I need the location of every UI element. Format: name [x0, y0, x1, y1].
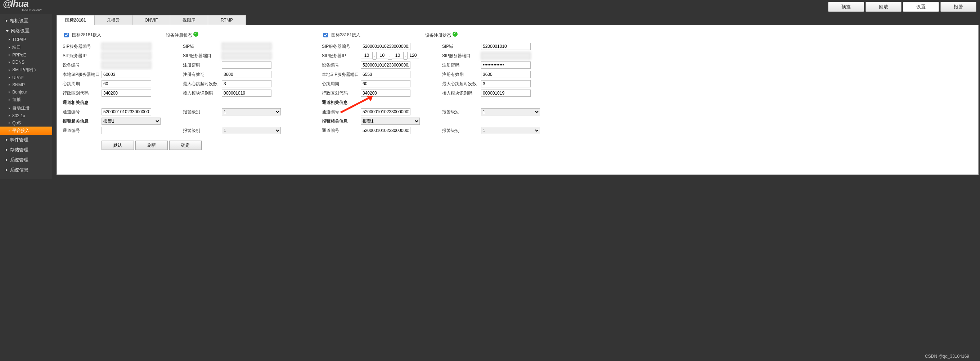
- lbl-sip-server-id: SIP服务器编号: [63, 43, 102, 50]
- r-lbl-sip-server-id: SIP服务器编号: [322, 43, 361, 50]
- lbl-access-module: 接入模块识别码: [183, 90, 222, 97]
- r-lbl-sip-server-ip: SIP服务器IP: [322, 53, 361, 59]
- left-reg-status: 设备注册状态: [166, 32, 198, 38]
- left-channel-id[interactable]: [102, 108, 151, 116]
- left-alarm-select[interactable]: 报警1: [102, 117, 161, 125]
- sidebar-group-camera[interactable]: 相机设置: [0, 16, 52, 26]
- right-local-port[interactable]: [361, 71, 410, 78]
- left-max-hb[interactable]: [222, 80, 272, 87]
- watermark: CSDN @qq_33104169: [925, 354, 969, 359]
- r-lbl-sip-domain: SIP域: [442, 43, 481, 50]
- left-alarm-level2[interactable]: 1: [222, 127, 281, 134]
- left-local-port[interactable]: [102, 71, 151, 78]
- refresh-button[interactable]: 刷新: [135, 141, 168, 150]
- nav-settings[interactable]: 设置: [903, 2, 939, 12]
- left-sip-domain[interactable]: [222, 43, 272, 50]
- right-ip-1[interactable]: [376, 52, 388, 59]
- right-reg-pwd[interactable]: [481, 62, 531, 69]
- sidebar-item-bonjour[interactable]: Bonjour: [0, 89, 52, 96]
- r-lbl-admin-code: 行政区划代码: [322, 90, 361, 97]
- r-lbl-reg-pwd: 注册密码: [442, 62, 481, 68]
- tab-onvif[interactable]: ONVIF: [132, 15, 170, 25]
- right-reg-valid[interactable]: [481, 71, 531, 78]
- sidebar-item-autoreg[interactable]: 自动注册: [0, 104, 52, 112]
- right-ip-2[interactable]: [392, 52, 404, 59]
- content: 国标28181 乐橙云 ONVIF 视图库 RTMP 国标28181接入: [52, 14, 980, 179]
- r-lbl-alarm-level: 报警级别: [442, 109, 481, 115]
- lbl-sip-server-port: SIP服务器端口: [183, 53, 222, 59]
- right-device-id[interactable]: [361, 62, 410, 69]
- logo-sub: TECHNOLOGY: [3, 7, 42, 13]
- nav-alarm[interactable]: 报警: [940, 2, 977, 12]
- right-ip-0[interactable]: [361, 52, 372, 59]
- sidebar-item-tcpip[interactable]: TCP/IP: [0, 36, 52, 43]
- right-access-module[interactable]: [481, 90, 531, 97]
- r-lbl-local-port: 本地SIP服务器端口: [322, 71, 361, 78]
- left-reg-pwd[interactable]: [222, 62, 272, 69]
- nav-preview[interactable]: 预览: [828, 2, 864, 12]
- lbl-local-port: 本地SIP服务器端口: [63, 71, 102, 78]
- left-reg-valid[interactable]: [222, 71, 272, 78]
- lbl-heartbeat: 心跳周期: [63, 81, 102, 87]
- lbl-max-hb: 最大心跳超时次数: [183, 81, 222, 87]
- left-channel-id2[interactable]: [102, 127, 151, 134]
- tab-gb28181[interactable]: 国标28181: [57, 15, 95, 25]
- r-lbl-channel-info: 通道相关信息: [322, 100, 361, 106]
- sidebar-group-storage[interactable]: 存储管理: [0, 145, 52, 155]
- left-sip-server-ip[interactable]: [102, 52, 151, 59]
- right-sip-server-id[interactable]: [361, 43, 410, 50]
- sidebar-item-qos[interactable]: QoS: [0, 119, 52, 127]
- left-heartbeat[interactable]: [102, 80, 151, 87]
- left-access-module[interactable]: [222, 90, 272, 97]
- right-enable-label: 国标28181接入: [331, 32, 360, 38]
- right-channel-id[interactable]: [361, 108, 410, 116]
- tab-rtmp[interactable]: RTMP: [208, 15, 246, 25]
- right-channel-id2[interactable]: [361, 127, 410, 134]
- right-enable-check[interactable]: [323, 33, 328, 37]
- ok-button[interactable]: 确定: [169, 141, 202, 150]
- tab-lecheng[interactable]: 乐橙云: [94, 15, 132, 25]
- sidebar-item-smtp[interactable]: SMTP(邮件): [0, 66, 52, 74]
- lbl-channel-info: 通道相关信息: [63, 100, 102, 106]
- sidebar-item-8021x[interactable]: 802.1x: [0, 112, 52, 119]
- lbl-reg-valid: 注册有效期: [183, 71, 222, 78]
- right-admin-code[interactable]: [361, 90, 410, 97]
- right-heartbeat[interactable]: [361, 80, 410, 87]
- r-lbl-max-hb: 最大心跳超时次数: [442, 81, 481, 87]
- sidebar-item-snmp[interactable]: SNMP: [0, 81, 52, 89]
- topbar: lhua TECHNOLOGY 预览 回放 设置 报警: [0, 0, 980, 14]
- tab-gallery[interactable]: 视图库: [170, 15, 208, 25]
- sidebar-group-event[interactable]: 事件管理: [0, 135, 52, 145]
- r-lbl-channel-id: 通道编号: [322, 109, 361, 115]
- right-enable-checkbox[interactable]: 国标28181接入: [322, 32, 360, 38]
- left-sip-server-id[interactable]: [102, 43, 151, 50]
- left-enable-checkbox[interactable]: 国标28181接入: [63, 32, 101, 38]
- sidebar-group-network[interactable]: 网络设置: [0, 26, 52, 36]
- right-max-hb[interactable]: [481, 80, 531, 87]
- left-sip-server-port[interactable]: [222, 52, 272, 59]
- sidebar-item-port[interactable]: 端口: [0, 43, 52, 51]
- left-admin-code[interactable]: [102, 90, 151, 97]
- sidebar-item-multicast[interactable]: 组播: [0, 96, 52, 104]
- right-sip-domain[interactable]: [481, 43, 531, 50]
- reg-status-label2: 设备注册状态: [425, 33, 451, 38]
- right-alarm-level[interactable]: 1: [481, 108, 540, 116]
- sidebar-group-system[interactable]: 系统管理: [0, 155, 52, 165]
- left-device-id[interactable]: [102, 62, 151, 69]
- right-alarm-select[interactable]: 报警1: [361, 117, 420, 125]
- right-sip-server-port[interactable]: [481, 52, 531, 59]
- sidebar-item-upnp[interactable]: UPnP: [0, 74, 52, 81]
- left-alarm-level[interactable]: 1: [222, 108, 281, 116]
- default-button[interactable]: 默认: [102, 141, 134, 150]
- sidebar-group-info[interactable]: 系统信息: [0, 165, 52, 175]
- check-icon: [453, 32, 458, 37]
- sidebar-item-platform[interactable]: 平台接入: [0, 127, 52, 135]
- right-alarm-level2[interactable]: 1: [481, 127, 540, 134]
- sidebar-item-ddns[interactable]: DDNS: [0, 59, 52, 66]
- nav-playback[interactable]: 回放: [865, 2, 902, 12]
- sidebar-item-pppoe[interactable]: PPPoE: [0, 51, 52, 59]
- right-ip-3[interactable]: [407, 52, 419, 59]
- check-icon: [193, 32, 198, 37]
- left-enable-check[interactable]: [64, 33, 69, 37]
- lbl-alarm-level: 报警级别: [183, 109, 222, 115]
